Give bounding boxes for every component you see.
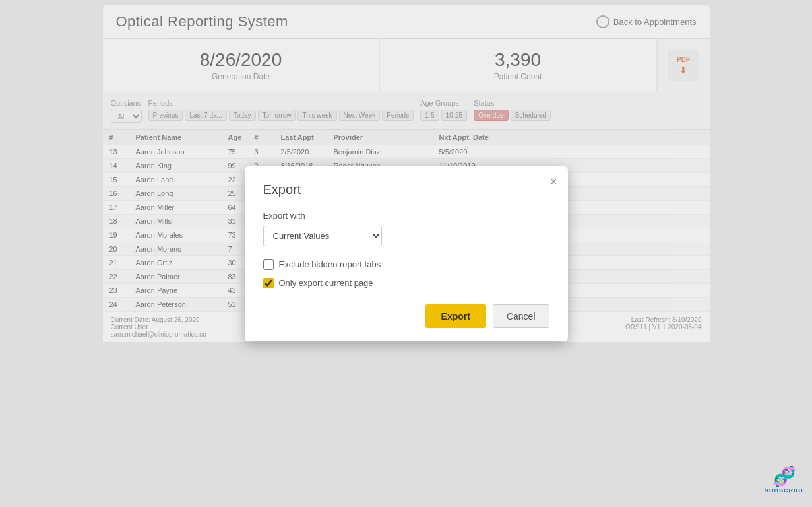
only-current-page-label[interactable]: Only export current page [279,278,373,288]
exclude-hidden-label[interactable]: Exclude hidden report tabs [279,259,381,269]
exclude-hidden-checkbox[interactable] [263,259,274,270]
modal-actions: Export Cancel [263,304,549,328]
modal-close-button[interactable]: × [550,176,557,187]
subscribe-watermark: 🧬 SUBSCRIBE [765,465,805,494]
modal-title: Export [263,182,549,197]
subscribe-label: SUBSCRIBE [765,487,805,494]
export-modal: × Export Export with Current Values Raw … [245,166,568,341]
modal-backdrop: × Export Export with Current Values Raw … [0,0,812,507]
export-with-select[interactable]: Current Values Raw Data Formatted [263,226,382,246]
only-current-page-checkbox[interactable] [263,278,274,288]
export-with-label: Export with [263,211,549,220]
cancel-button[interactable]: Cancel [493,304,549,328]
subscribe-icon: 🧬 [773,465,796,487]
exclude-hidden-row: Exclude hidden report tabs [263,259,549,270]
export-button[interactable]: Export [425,304,486,328]
only-current-page-row: Only export current page [263,278,549,288]
